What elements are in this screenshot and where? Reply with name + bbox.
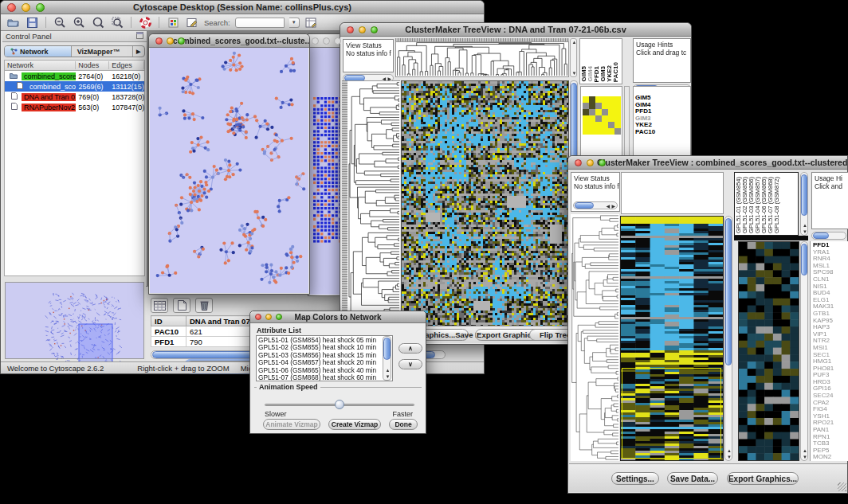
network-view-titlebar[interactable]: combined_scores_good.txt--cluste... [149,34,309,48]
save-data-button[interactable]: Export Graphics...Save Data... [419,329,469,341]
attribute-list[interactable]: GPL51-01 (GSM854) heat shock 05 minGPL51… [256,335,393,381]
tv2-hints-scrollbar[interactable] [811,232,846,240]
close-button[interactable] [155,37,163,45]
doc-icon [7,104,22,111]
resize-grip[interactable] [838,483,846,491]
treeview2-titlebar[interactable]: ClusterMaker TreeView : combined_scores_… [568,156,847,170]
network-view-window: combined_scores_good.txt--cluste... [148,33,310,295]
help-icon[interactable] [138,16,152,29]
network-name: combined_sco [5,82,76,91]
search-input[interactable] [235,18,285,28]
matrix-cell [608,115,614,122]
export-graphics-button[interactable]: Export Graphics... [727,472,799,485]
new-attribute-icon[interactable] [173,298,190,313]
tv1-zoom-matrix [583,96,621,135]
close-button[interactable] [575,159,582,166]
float-panel-icon[interactable] [136,32,143,41]
zoom-button[interactable] [36,3,45,12]
close-button[interactable] [312,37,319,45]
attribute-list-scrollbar[interactable]: ▲▼ [383,336,391,381]
tv2rd-canvas[interactable] [571,214,619,461]
zoom-selected-icon[interactable] [110,16,124,29]
zoom-in-icon[interactable] [72,16,86,29]
gene-label[interactable]: GPL51-08 (GSM872) [774,177,780,233]
tab-vizmapper[interactable]: VizMapper™ [72,46,133,57]
main-titlebar[interactable]: Cytoscape Desktop (Session Name: collins… [1,1,484,14]
tv1-heatmap[interactable] [401,80,569,327]
done-button[interactable]: Done [389,419,418,430]
tv2-labels-scrollbar[interactable]: ▲▼ [800,172,808,236]
tv2-zoom-heatmap[interactable] [738,241,799,461]
tv2-row-dendrogram[interactable] [571,214,619,461]
minimize-button[interactable] [22,3,30,12]
tv2-button-bar: Settings... Save Data... Export Graphics… [569,463,847,492]
gene-label[interactable]: PAC10 [635,129,689,136]
net-canvas[interactable] [150,48,308,293]
save-data-button[interactable]: Save Data... [667,472,718,485]
tv1h-canvas[interactable] [402,81,568,326]
table-row[interactable]: DNA and Tran 07769(0)183728(0) [5,92,144,102]
minimize-button[interactable] [587,159,594,166]
vizmapper-icon[interactable] [166,16,180,29]
tv1-row-dendrogram[interactable] [347,80,400,327]
zoom-out-icon[interactable] [53,16,67,29]
delete-attribute-icon[interactable] [195,298,213,313]
close-button[interactable] [347,26,354,33]
move-down-button[interactable]: ∨ [398,359,422,369]
zoom-button[interactable] [599,159,606,166]
network-canvas[interactable] [150,48,308,293]
tv1cd-canvas[interactable] [396,42,568,76]
tv2z-canvas[interactable] [739,242,799,460]
network-overview-panel[interactable] [5,282,144,359]
matrix-cell [608,128,614,135]
table-view-icon[interactable] [151,298,168,313]
table-row[interactable]: combined_scores2764(0)16218(0) [5,71,144,81]
create-vizmap-button[interactable]: Create Vizmap [328,419,381,430]
tv2-column-dendrogram[interactable] [621,172,724,214]
move-up-button[interactable]: ∧ [398,343,422,354]
save-icon[interactable] [25,16,39,29]
close-button[interactable] [255,314,261,320]
table-row[interactable]: combined_sco2569(6)13112(15) [5,81,144,92]
minimize-button[interactable] [265,314,272,320]
tv1-column-dendrogram[interactable] [395,41,569,77]
annotation-icon[interactable] [185,16,199,29]
slider-thumb[interactable] [335,400,344,409]
network-edges: 107847(0) [109,104,144,111]
zoom-button[interactable] [334,37,341,45]
desktop: Cytoscape Desktop (Session Name: collins… [0,0,848,504]
tab-overflow-icon[interactable]: ▶ [133,46,144,57]
network-edges: 13112(15) [109,83,144,91]
minimize-button[interactable] [359,26,366,33]
zoom-button[interactable] [371,26,378,33]
attribute-list-item[interactable]: GPL51-07 (GSM868) heat shock 60 min [258,374,391,381]
tab-network[interactable]: Network [5,46,72,57]
tv2-status-scrollbar[interactable]: ◀▶ [573,201,618,209]
overview-canvas[interactable] [6,283,144,365]
close-button[interactable] [7,3,16,12]
gene-label[interactable]: MON2 [813,454,848,461]
dialog-titlebar[interactable]: Map Colors to Network [250,311,426,323]
tv2-heatmap[interactable] [620,216,724,461]
treeview1-titlebar[interactable]: ClusterMaker TreeView : DNA and Tran 07-… [340,23,691,37]
zoom-fit-icon[interactable] [91,16,105,29]
settings-button[interactable]: Settings... [611,472,659,485]
animation-slider[interactable] [265,399,414,410]
open-file-icon[interactable] [6,16,20,29]
animate-vizmap-button[interactable]: Animate Vizmap [263,419,320,430]
gene-label[interactable]: PAC10 [613,62,619,82]
tv1rd-canvas[interactable] [347,81,400,328]
zoom-button[interactable] [276,314,282,320]
matrix-cell [589,96,595,103]
matrix-cell [608,122,614,128]
network-table-header[interactable]: Network Nodes Edges [5,61,144,71]
search-dropdown-icon[interactable]: ▼ [289,18,300,28]
attribute-browser-icon[interactable] [304,16,319,29]
minimize-button[interactable] [167,37,174,45]
tv2-zoom-vscrollbar[interactable]: ▲▼ [800,241,808,461]
tv1-column-scrollbar[interactable]: ▲▼ [570,38,577,77]
zoom-button[interactable] [178,37,185,45]
minimize-button[interactable] [323,37,330,45]
table-row[interactable]: RNAPuberNov2+563(0)107847(0) [5,102,144,112]
tv2-heatmap-vscrollbar[interactable]: ▲▼ [724,216,732,461]
